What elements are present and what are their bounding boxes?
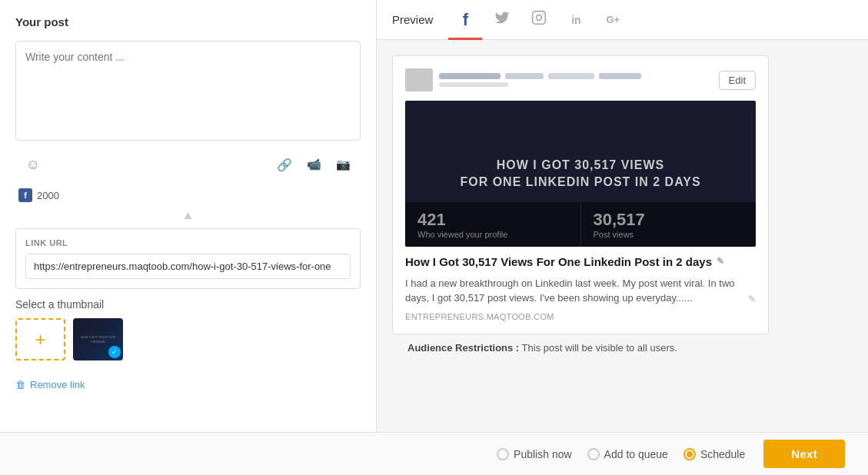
name-bar-2 [505, 73, 544, 79]
right-panel: Preview f in G+ [377, 0, 868, 432]
name-bar-3 [548, 73, 594, 79]
emoji-icon: ☺ [26, 157, 40, 173]
section-title: Your post [15, 15, 361, 28]
title-edit-icon[interactable]: ✎ [717, 256, 724, 268]
thumbnail-selected-check: ✓ [108, 346, 121, 358]
tab-twitter[interactable] [485, 0, 519, 40]
toolbar-left: ☺ [22, 153, 45, 176]
preview-label: Preview [392, 13, 433, 26]
article-url: ENTREPRENEURS.MAQTOOB.COM [405, 312, 756, 321]
trash-icon: 🗑 [15, 379, 25, 390]
googleplus-tab-icon: G+ [607, 14, 620, 25]
svg-point-2 [542, 14, 544, 15]
audience-label: Audience Restrictions : [407, 342, 519, 354]
link-url-input[interactable] [25, 254, 351, 279]
thumbnail-text: HOW I GOT VIEWS FOR LINKEDIN [73, 334, 123, 344]
description-text: I had a new breakthrough on Linkedin las… [405, 276, 745, 306]
plus-icon: + [35, 329, 45, 350]
svg-point-1 [537, 15, 542, 21]
name-subbar [439, 82, 508, 87]
tab-googleplus[interactable]: G+ [596, 0, 630, 40]
thumbnail-item[interactable]: HOW I GOT VIEWS FOR LINKEDIN ✓ [73, 318, 123, 360]
video-button[interactable]: 📹 [302, 153, 325, 176]
name-bar-1 [439, 73, 501, 79]
edit-button[interactable]: Edit [719, 71, 756, 90]
footer: Publish now Add to queue Schedule Next [0, 432, 868, 475]
preview-stats: 421 Who viewed your profile 30,517 Post … [405, 202, 756, 247]
char-count-row: f 2000 [15, 188, 361, 202]
publish-options: Publish now Add to queue Schedule [497, 448, 745, 460]
preview-content: Edit HOW I GOT 30,517 VIEWS FOR ONE LINK… [377, 40, 868, 432]
video-icon: 📹 [307, 158, 321, 171]
twitter-tab-icon [494, 10, 510, 29]
stat-box-1: 421 Who viewed your profile [405, 202, 581, 247]
add-to-queue-option[interactable]: Add to queue [587, 448, 668, 460]
stat2-label: Post views [594, 230, 744, 239]
tab-linkedin[interactable]: in [559, 0, 593, 40]
name-bars-row [439, 73, 641, 79]
link-label: Link URL [25, 238, 351, 247]
facebook-tab-icon: f [463, 10, 468, 30]
toolbar: ☺ 🔗 📹 📷 [15, 150, 361, 179]
publish-now-label: Publish now [514, 448, 572, 460]
card-header: Edit [405, 68, 756, 91]
desc-edit-icon[interactable]: ✎ [748, 292, 756, 306]
card-avatar-row [405, 68, 641, 91]
avatar-placeholder [405, 68, 433, 91]
article-title-text: How I Got 30,517 Views For One Linkedin … [405, 254, 712, 270]
tab-instagram[interactable] [522, 0, 556, 40]
toolbar-right: 🔗 📹 📷 [273, 153, 354, 176]
linkedin-tab-icon: in [571, 14, 580, 26]
link-button[interactable]: 🔗 [273, 153, 296, 176]
add-to-queue-label: Add to queue [604, 448, 668, 460]
link-icon: 🔗 [277, 158, 292, 172]
image-title-line1: HOW I GOT 30,517 VIEWS [481, 157, 680, 174]
content-textarea[interactable] [15, 41, 361, 141]
publish-now-option[interactable]: Publish now [497, 448, 572, 460]
thumbnail-add-button[interactable]: + [15, 318, 65, 360]
instagram-tab-icon [531, 10, 547, 29]
remove-link-label: Remove link [30, 379, 85, 390]
remove-link-button[interactable]: 🗑 Remove link [15, 379, 361, 390]
add-to-queue-radio[interactable] [587, 448, 600, 460]
char-count: 2000 [37, 190, 59, 201]
audience-bar: Audience Restrictions : This post will b… [392, 334, 853, 361]
stat-box-2: 30,517 Post views [581, 202, 757, 247]
thumbnail-section: Select a thumbnail + HOW I GOT VIEWS FOR… [15, 298, 361, 364]
thumbnail-title: Select a thumbnail [15, 298, 361, 311]
audience-value: This post will be visible to all users. [522, 342, 677, 354]
svg-rect-0 [533, 12, 546, 25]
schedule-label: Schedule [700, 448, 745, 460]
article-description: I had a new breakthrough on Linkedin las… [405, 276, 756, 306]
preview-card: Edit HOW I GOT 30,517 VIEWS FOR ONE LINK… [392, 55, 769, 334]
preview-tabs: Preview f in G+ [377, 0, 868, 40]
left-panel: Your post ☺ 🔗 📹 📷 f 20 [0, 0, 377, 432]
stat1-number: 421 [417, 210, 568, 230]
schedule-option[interactable]: Schedule [683, 448, 745, 460]
tab-facebook[interactable]: f [448, 0, 482, 40]
thumbnail-list: + HOW I GOT VIEWS FOR LINKEDIN ✓ [15, 318, 361, 360]
image-title-line2: FOR ONE LINKEDIN POST IN 2 DAYS [444, 174, 716, 191]
preview-image: HOW I GOT 30,517 VIEWS FOR ONE LINKEDIN … [405, 101, 756, 247]
camera-icon: 📷 [336, 158, 351, 171]
name-bar-4 [599, 73, 641, 79]
link-box: Link URL [15, 228, 361, 289]
article-title: How I Got 30,517 Views For One Linkedin … [405, 254, 756, 270]
radio-inner-dot [687, 451, 693, 457]
camera-button[interactable]: 📷 [331, 153, 354, 176]
stat2-number: 30,517 [594, 210, 744, 230]
facebook-badge: f [18, 188, 32, 202]
check-icon: ✓ [111, 348, 118, 356]
name-placeholder [439, 73, 641, 87]
next-button[interactable]: Next [763, 440, 845, 468]
publish-now-radio[interactable] [497, 448, 509, 460]
schedule-radio[interactable] [683, 448, 696, 460]
stat1-label: Who viewed your profile [417, 230, 568, 239]
emoji-button[interactable]: ☺ [22, 153, 45, 176]
divider-arrow: ▲ [15, 208, 361, 222]
